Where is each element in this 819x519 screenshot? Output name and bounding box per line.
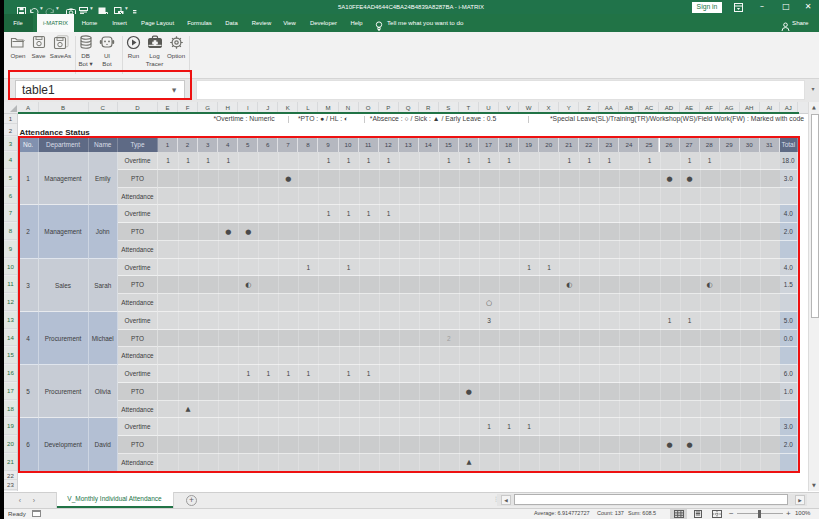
row-number-3[interactable]: 3 — [4, 137, 17, 151]
ribbon-separator — [189, 36, 190, 74]
share-person-icon — [781, 18, 790, 28]
zoom-slider-thumb[interactable] — [758, 510, 761, 519]
row-number-2[interactable]: 2 — [4, 125, 17, 137]
tab-view[interactable]: View — [281, 14, 298, 32]
page-break-view-icon[interactable] — [708, 509, 725, 519]
ribbon-separator — [122, 36, 123, 74]
row-number-5[interactable]: 5 — [4, 170, 17, 187]
status-count: Count: 137 — [597, 510, 624, 516]
legend-item: *PTO : ● / HL : ◐ — [298, 114, 348, 125]
status-average: Average: 6.914772727 — [534, 510, 590, 516]
row-number-12[interactable]: 12 — [4, 294, 17, 311]
ribbon-button-ui-bot[interactable] — [96, 35, 118, 53]
zoom-in-icon[interactable]: + — [786, 509, 791, 518]
ribbon-button-log-tracer[interactable] — [144, 35, 166, 53]
tab-help[interactable]: Help — [347, 14, 366, 32]
ribbon-button-saveas[interactable] — [50, 35, 72, 53]
paste-window-icon[interactable] — [114, 2, 124, 12]
row-number-23[interactable]: 23 — [4, 481, 17, 490]
open-folder-icon — [7, 35, 29, 53]
row-number-1[interactable]: 1 — [4, 114, 17, 124]
legend-item: *Absence : ○ / Sick : ▲ / Early Leave : … — [370, 114, 496, 125]
window-left-edge — [0, 0, 4, 519]
row-number-22[interactable]: 22 — [4, 472, 17, 481]
horizontal-scroll-thumb[interactable] — [514, 494, 788, 505]
sheet-next-icon[interactable]: › — [29, 496, 39, 506]
scroll-right-icon[interactable]: ▶ — [795, 495, 805, 505]
sheet-prev-icon[interactable]: ‹ — [15, 496, 25, 506]
close-icon[interactable]: ✕ — [801, 1, 815, 13]
dropdown-caret-icon[interactable]: ▾ — [90, 5, 93, 11]
row-number-17[interactable]: 17 — [4, 383, 17, 400]
formula-bar-input[interactable] — [196, 80, 805, 100]
copy-window-icon[interactable] — [98, 2, 108, 12]
tab-formulas[interactable]: Formulas — [183, 14, 216, 32]
paste-list-icon[interactable] — [79, 2, 88, 12]
horizontal-splitter[interactable]: ⋮ — [493, 495, 496, 504]
vertical-scroll-thumb[interactable] — [811, 114, 819, 318]
status-sum: Sum: 608.5 — [628, 510, 656, 516]
qat-customize-icon[interactable] — [133, 2, 137, 12]
row-number-21[interactable]: 21 — [4, 454, 17, 471]
legend-item: *Special Leave(SL)/Training(TR)/Workshop… — [550, 114, 804, 125]
save-icon[interactable] — [17, 2, 26, 12]
undo-icon[interactable] — [29, 2, 39, 12]
dropdown-caret-icon[interactable]: ▾ — [56, 5, 59, 11]
ribbon-tab-strip: Filei-MATRIXHomeInsertPage LayoutFormula… — [0, 14, 819, 32]
row-number-13[interactable]: 13 — [4, 312, 17, 329]
row-number-8[interactable]: 8 — [4, 223, 17, 240]
sign-in-button[interactable]: Sign in — [692, 2, 722, 13]
ribbon-button-save[interactable] — [28, 35, 50, 53]
select-all-icon[interactable] — [10, 105, 17, 112]
share-button[interactable]: Share — [792, 14, 809, 32]
ribbon-button-open[interactable] — [7, 35, 29, 53]
row-number-10[interactable]: 10 — [4, 259, 17, 276]
row-number-20[interactable]: 20 — [4, 436, 17, 453]
row-number-4[interactable]: 4 — [4, 152, 17, 169]
minimize-icon[interactable]: – — [755, 1, 769, 13]
camera-icon[interactable] — [66, 2, 76, 12]
dropdown-caret-icon[interactable]: ▾ — [40, 5, 43, 11]
macro-record-icon[interactable] — [32, 510, 41, 517]
tab-developer[interactable]: Developer — [305, 14, 342, 32]
application-window: ▾▾▾▾–□✕ 5A10FFE4AD4644C4BA24B4839A8287BA… — [0, 0, 819, 519]
row-number-9[interactable]: 9 — [4, 241, 17, 258]
lightbulb-icon — [375, 18, 383, 29]
tab-home[interactable]: Home — [79, 14, 100, 32]
row-number-11[interactable]: 11 — [4, 276, 17, 293]
normal-view-icon[interactable] — [670, 509, 687, 519]
row-number-15[interactable]: 15 — [4, 347, 17, 364]
scroll-left-icon[interactable]: ◀ — [501, 495, 511, 505]
row-number-19[interactable]: 19 — [4, 418, 17, 435]
scroll-up-icon[interactable]: ▲ — [809, 102, 819, 113]
tab-page-layout[interactable]: Page Layout — [137, 14, 178, 32]
tab-insert[interactable]: Insert — [107, 14, 132, 32]
tab-data[interactable]: Data — [221, 14, 242, 32]
formula-bar-expand-icon[interactable]: ▾ — [807, 85, 819, 92]
row-number-6[interactable]: 6 — [4, 188, 17, 205]
new-sheet-button[interactable]: + — [186, 495, 197, 506]
vertical-scrollbar[interactable]: ▲ ▼ — [808, 102, 819, 491]
row-number-7[interactable]: 7 — [4, 205, 17, 222]
tab-i-matrix[interactable]: i-MATRIX — [37, 14, 74, 32]
dropdown-caret-icon[interactable]: ▾ — [125, 5, 128, 11]
legend-divider — [528, 116, 529, 124]
ribbon-button-label: Bot — [90, 60, 124, 68]
tab-review[interactable]: Review — [247, 14, 276, 32]
redo-icon[interactable] — [45, 2, 55, 12]
row-gutter: 1234567891011121314151617181920212223 — [4, 114, 18, 491]
row-number-14[interactable]: 14 — [4, 330, 17, 347]
row-number-16[interactable]: 16 — [4, 365, 17, 382]
window-title: 5A10FFE4AD4644C4BA24B4839A8287BA - i-MAT… — [291, 3, 531, 12]
row-number-18[interactable]: 18 — [4, 401, 17, 418]
ribbon-separator — [75, 36, 76, 74]
page-layout-view-icon[interactable] — [689, 509, 706, 519]
sheet-tab-active[interactable]: V_Monthly Individual Attendance — [56, 492, 174, 508]
table-annotation — [18, 136, 801, 473]
maximize-icon[interactable]: □ — [779, 1, 793, 13]
zoom-out-icon[interactable]: − — [729, 509, 734, 518]
scroll-down-icon[interactable]: ▼ — [809, 480, 819, 491]
tell-me-label[interactable]: Tell me what you want to do — [387, 14, 463, 32]
tab-file[interactable]: File — [3, 14, 33, 32]
save-as-icon — [50, 35, 72, 53]
